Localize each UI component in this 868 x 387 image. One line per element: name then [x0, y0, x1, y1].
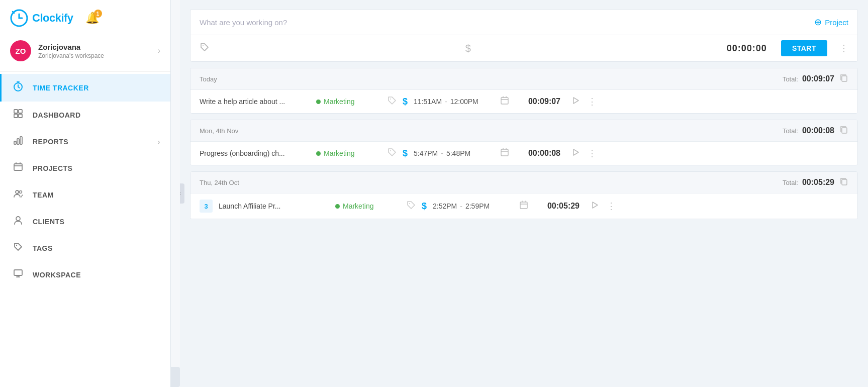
- svg-rect-18: [501, 98, 508, 104]
- entry-description[interactable]: Progress (onboarding) ch...: [200, 149, 310, 157]
- svg-marker-19: [573, 98, 578, 104]
- entry-project: Marketing: [316, 98, 381, 106]
- sidebar-item-label: CLIENTS: [33, 218, 160, 226]
- user-name: Zoricjovana: [38, 43, 151, 51]
- svg-point-11: [20, 191, 22, 194]
- sidebar-item-time-tracker[interactable]: TIME TRACKER: [0, 74, 170, 102]
- entry-time-range: 5:47PM - 5:48PM: [414, 149, 494, 157]
- svg-point-25: [409, 203, 410, 204]
- sidebar-item-label: DASHBOARD: [33, 111, 160, 119]
- sidebar-item-label: WORKSPACE: [33, 271, 160, 279]
- svg-rect-9: [14, 164, 22, 170]
- calendar-icon[interactable]: [500, 96, 509, 107]
- total-time: 00:05:29: [802, 178, 834, 187]
- calendar-icon[interactable]: [519, 201, 528, 212]
- sidebar-item-projects[interactable]: PROJECTS: [0, 155, 170, 181]
- entry-billable-icon[interactable]: $: [422, 201, 427, 212]
- project-name[interactable]: Marketing: [324, 149, 354, 157]
- time-entry-placeholder[interactable]: What are you working on?: [200, 18, 808, 27]
- collapse-sidebar-button[interactable]: ‹: [180, 183, 184, 204]
- play-icon[interactable]: [571, 148, 580, 159]
- entry-tag-icon[interactable]: [388, 96, 397, 107]
- more-options-icon[interactable]: ⋮: [839, 43, 848, 54]
- play-icon[interactable]: [591, 201, 599, 212]
- sidebar-item-team[interactable]: TEAM: [0, 181, 170, 208]
- entry-more-icon[interactable]: ⋮: [588, 148, 597, 159]
- date-header-thu24oct: Thu, 24th Oct Total: 00:05:29: [190, 172, 857, 194]
- project-button-label: Project: [825, 18, 848, 27]
- start-button[interactable]: START: [781, 40, 827, 56]
- svg-rect-5: [19, 114, 22, 118]
- sidebar-collapse-handle[interactable]: [171, 367, 180, 387]
- sidebar-item-clients[interactable]: CLIENTS: [0, 208, 170, 235]
- copy-icon[interactable]: [839, 177, 848, 188]
- sidebar-header: Clockify 🔔 1: [0, 0, 170, 34]
- reports-icon: [12, 135, 25, 148]
- svg-rect-24: [842, 179, 847, 185]
- project-dot: [316, 100, 321, 104]
- total-label: Total:: [783, 127, 798, 135]
- workspace-icon: [12, 268, 25, 281]
- project-dot: [316, 151, 321, 156]
- sidebar-nav: TIME TRACKER DASHBOARD REPORTS › PROJECT…: [0, 74, 170, 288]
- svg-rect-4: [14, 114, 18, 118]
- user-section[interactable]: ZO Zoricjovana Zoricjovana's workspace ›: [0, 34, 170, 69]
- entry-billable-icon[interactable]: $: [403, 148, 408, 159]
- copy-icon[interactable]: [839, 125, 848, 136]
- svg-rect-14: [14, 270, 22, 275]
- copy-icon[interactable]: [839, 73, 848, 84]
- project-name[interactable]: Marketing: [324, 98, 354, 106]
- svg-point-21: [390, 150, 391, 151]
- table-row: 3 Launch Affiliate Pr... Marketing $ 2:5…: [190, 194, 857, 219]
- team-icon: [12, 188, 25, 201]
- dollar-icon[interactable]: $: [465, 43, 471, 54]
- sidebar-item-dashboard[interactable]: DASHBOARD: [0, 102, 170, 128]
- tags-icon: [12, 242, 25, 254]
- total-label: Total:: [783, 75, 798, 83]
- add-project-button[interactable]: ⊕ Project: [814, 17, 848, 28]
- total-label: Total:: [783, 179, 798, 186]
- svg-rect-3: [19, 110, 22, 113]
- entry-tag-icon[interactable]: [388, 148, 397, 159]
- time-entry-bar: What are you working on? ⊕ Project $ 00:…: [190, 9, 858, 62]
- svg-point-17: [390, 99, 391, 100]
- time-tracker-icon: [12, 81, 25, 94]
- avatar: ZO: [10, 40, 31, 61]
- tag-icon[interactable]: [200, 42, 210, 55]
- user-info: Zoricjovana Zoricjovana's workspace: [38, 43, 151, 59]
- entry-more-icon[interactable]: ⋮: [607, 201, 616, 212]
- entry-time-end: 2:59PM: [465, 202, 490, 210]
- svg-rect-20: [842, 128, 847, 133]
- clients-icon: [12, 215, 25, 228]
- logo-text: Clockify: [32, 12, 73, 25]
- svg-rect-22: [501, 149, 508, 156]
- total-time: 00:00:08: [802, 126, 834, 135]
- date-label: Thu, 24th Oct: [200, 179, 783, 186]
- entry-tag-icon[interactable]: [407, 201, 416, 212]
- date-header-mon4nov: Mon, 4th Nov Total: 00:00:08: [190, 120, 857, 142]
- sidebar-item-label: PROJECTS: [33, 164, 160, 172]
- entry-more-icon[interactable]: ⋮: [588, 96, 597, 107]
- sidebar-divider: [0, 71, 170, 72]
- bell-wrapper[interactable]: 🔔 1: [85, 12, 99, 25]
- sidebar-item-reports[interactable]: REPORTS ›: [0, 128, 170, 155]
- calendar-icon[interactable]: [500, 148, 509, 159]
- sidebar-item-tags[interactable]: TAGS: [0, 235, 170, 261]
- project-dot: [335, 204, 340, 209]
- user-workspace: Zoricjovana's workspace: [38, 52, 151, 59]
- main-content: ‹ What are you working on? ⊕ Project $ 0…: [180, 0, 868, 387]
- project-name[interactable]: Marketing: [343, 202, 373, 210]
- sidebar-item-workspace[interactable]: WORKSPACE: [0, 261, 170, 288]
- entry-billable-icon[interactable]: $: [403, 96, 408, 107]
- date-label: Today: [200, 75, 783, 83]
- logo: Clockify: [10, 9, 73, 27]
- user-chevron-icon: ›: [158, 46, 160, 55]
- entry-description[interactable]: Launch Affiliate Pr...: [219, 202, 329, 210]
- sidebar-item-label: REPORTS: [33, 138, 150, 146]
- time-entry-top: What are you working on? ⊕ Project: [190, 10, 857, 35]
- entry-description[interactable]: Write a help article about ...: [200, 98, 310, 106]
- svg-point-13: [16, 245, 17, 246]
- play-icon[interactable]: [571, 96, 580, 107]
- logo-icon: [10, 9, 28, 27]
- reports-arrow-icon: ›: [158, 138, 160, 146]
